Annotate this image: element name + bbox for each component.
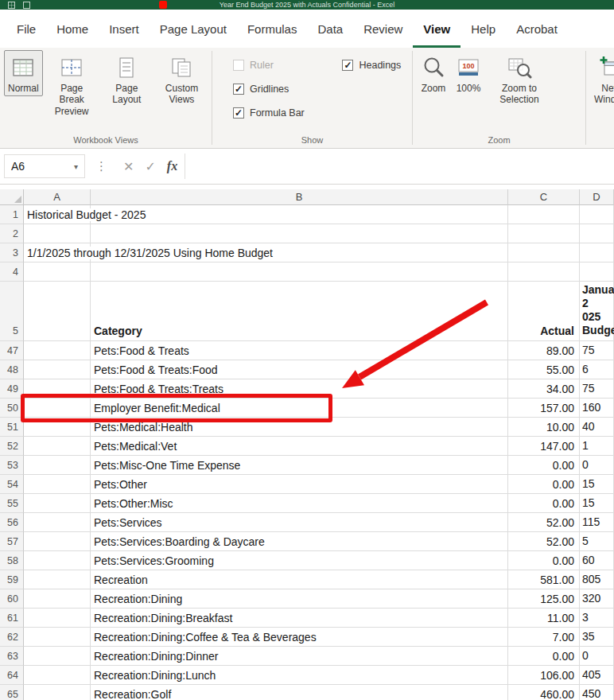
cell-A63[interactable] xyxy=(24,647,91,666)
page-layout-button[interactable]: Page Layout xyxy=(101,50,153,108)
cell-A50[interactable] xyxy=(24,399,91,418)
cell-A48[interactable] xyxy=(24,360,91,379)
row-header-51[interactable]: 51 xyxy=(0,418,24,437)
cell-A3[interactable]: 1/1/2025 through 12/31/2025 Using Home B… xyxy=(24,243,91,262)
cell-C47[interactable]: 89.00 xyxy=(508,341,580,360)
row-header-65[interactable]: 65 xyxy=(0,685,24,700)
cell-C63[interactable]: 0.00 xyxy=(508,647,580,666)
ribbon-tab-view[interactable]: View xyxy=(413,10,461,48)
row-header-4[interactable]: 4 xyxy=(0,262,24,282)
cell-A47[interactable] xyxy=(24,341,91,360)
cancel-icon[interactable]: ✕ xyxy=(123,159,134,174)
ribbon-tab-home[interactable]: Home xyxy=(46,10,99,48)
cell-B52[interactable]: Pets:Medical:Vet xyxy=(91,437,508,456)
cell-C61[interactable]: 11.00 xyxy=(508,609,580,628)
row-header-64[interactable]: 64 xyxy=(0,666,24,685)
cell-B59[interactable]: Recreation xyxy=(91,570,508,589)
cell-A54[interactable] xyxy=(24,475,91,494)
column-header-A[interactable]: A xyxy=(24,189,91,205)
100-button[interactable]: 100100% xyxy=(452,50,485,96)
column-header-B[interactable]: B xyxy=(91,189,508,205)
column-header-D[interactable]: D xyxy=(580,189,614,205)
checkbox-formula-bar[interactable]: ✓Formula Bar xyxy=(233,107,315,119)
row-header-61[interactable]: 61 xyxy=(0,609,24,628)
ribbon-tab-page-layout[interactable]: Page Layout xyxy=(150,10,237,48)
checkbox-headings[interactable]: ✓Headings xyxy=(342,60,412,71)
cell-C60[interactable]: 125.00 xyxy=(508,589,580,609)
checkbox-ruler[interactable]: Ruler xyxy=(233,60,315,71)
cell-A53[interactable] xyxy=(24,456,91,475)
cell-B48[interactable]: Pets:Food & Treats:Food xyxy=(91,360,508,379)
cell-C54[interactable]: 0.00 xyxy=(508,475,580,494)
cell-B2[interactable] xyxy=(91,224,508,243)
cell-A4[interactable] xyxy=(24,262,91,282)
cell-B4[interactable] xyxy=(91,262,508,282)
checkbox-gridlines[interactable]: ✓Gridlines xyxy=(233,84,315,95)
cell-D47[interactable]: 75 xyxy=(580,341,614,360)
zoom-button[interactable]: Zoom xyxy=(417,50,450,96)
cell-D50[interactable]: 160 xyxy=(580,399,614,418)
row-header-47[interactable]: 47 xyxy=(0,341,24,360)
ribbon-tab-insert[interactable]: Insert xyxy=(99,10,150,48)
cell-D60[interactable]: 320 xyxy=(580,589,614,609)
cell-D61[interactable]: 3 xyxy=(580,609,614,628)
checkbox-gridlines-box[interactable]: ✓ xyxy=(233,84,244,95)
cell-D56[interactable]: 115 xyxy=(580,513,614,532)
cell-C62[interactable]: 7.00 xyxy=(508,628,580,647)
cell-D64[interactable]: 405 xyxy=(580,666,614,685)
cell-C49[interactable]: 34.00 xyxy=(508,379,580,399)
cell-C52[interactable]: 147.00 xyxy=(508,437,580,456)
cell-D54[interactable]: 15 xyxy=(580,475,614,494)
cell-C5[interactable]: Actual xyxy=(508,282,580,341)
cell-A5[interactable] xyxy=(24,282,91,341)
cell-D1[interactable] xyxy=(580,205,614,224)
cell-D63[interactable]: 0 xyxy=(580,647,614,666)
cell-A62[interactable] xyxy=(24,628,91,647)
row-header-54[interactable]: 54 xyxy=(0,475,24,494)
row-header-50[interactable]: 50 xyxy=(0,399,24,418)
row-header-52[interactable]: 52 xyxy=(0,437,24,456)
row-header-48[interactable]: 48 xyxy=(0,360,24,379)
cell-D65[interactable]: 450 xyxy=(580,685,614,700)
ribbon-tab-acrobat[interactable]: Acrobat xyxy=(506,10,568,48)
row-header-59[interactable]: 59 xyxy=(0,570,24,589)
cell-D53[interactable]: 0 xyxy=(580,456,614,475)
cell-C3[interactable] xyxy=(508,243,580,262)
cell-B56[interactable]: Pets:Services xyxy=(91,513,508,532)
cell-D59[interactable]: 805 xyxy=(580,570,614,589)
cell-C53[interactable]: 0.00 xyxy=(508,456,580,475)
cell-C65[interactable]: 460.00 xyxy=(508,685,580,700)
cell-D4[interactable] xyxy=(580,262,614,282)
cell-C64[interactable]: 106.00 xyxy=(508,666,580,685)
cell-A2[interactable] xyxy=(24,224,91,243)
cell-A56[interactable] xyxy=(24,513,91,532)
cell-D3[interactable] xyxy=(580,243,614,262)
cell-D49[interactable]: 75 xyxy=(580,379,614,399)
column-header-C[interactable]: C xyxy=(508,189,580,205)
cell-D2[interactable] xyxy=(580,224,614,243)
row-header-55[interactable]: 55 xyxy=(0,494,24,513)
cell-B50[interactable]: Employer Benefit:Medical xyxy=(91,399,508,418)
ribbon-tab-help[interactable]: Help xyxy=(461,10,506,48)
row-header-58[interactable]: 58 xyxy=(0,551,24,570)
insert-function-button[interactable]: fx xyxy=(167,159,177,173)
row-header-63[interactable]: 63 xyxy=(0,647,24,666)
cell-A57[interactable] xyxy=(24,532,91,551)
row-header-60[interactable]: 60 xyxy=(0,589,24,609)
cell-B53[interactable]: Pets:Misc-One Time Expense xyxy=(91,456,508,475)
enter-icon[interactable]: ✓ xyxy=(145,159,155,174)
cell-B51[interactable]: Pets:Medical:Health xyxy=(91,418,508,437)
cell-A49[interactable] xyxy=(24,379,91,399)
checkbox-headings-box[interactable]: ✓ xyxy=(342,60,353,71)
formula-input[interactable] xyxy=(185,154,614,179)
normal-button[interactable]: Normal xyxy=(4,50,43,96)
cell-C57[interactable]: 52.00 xyxy=(508,532,580,551)
cell-C2[interactable] xyxy=(508,224,580,243)
row-header-53[interactable]: 53 xyxy=(0,456,24,475)
row-header-62[interactable]: 62 xyxy=(0,628,24,647)
name-box[interactable]: A6 ▾ xyxy=(4,154,85,178)
cell-D55[interactable]: 15 xyxy=(580,494,614,513)
cell-D52[interactable]: 1 xyxy=(580,437,614,456)
row-header-57[interactable]: 57 xyxy=(0,532,24,551)
cell-D5[interactable]: January 2 025 Budget xyxy=(580,282,614,341)
